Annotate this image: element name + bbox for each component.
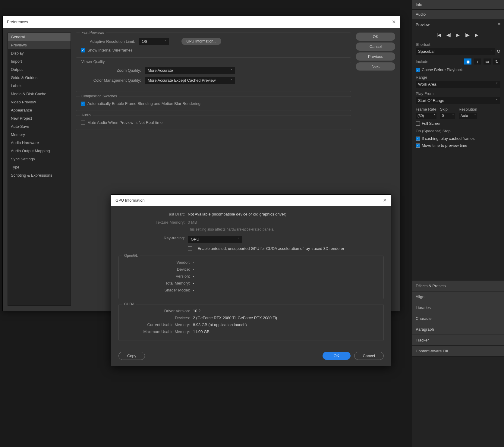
zoom-dropdown[interactable]: More Accurate	[145, 67, 235, 74]
color-label: Color Management Quality:	[81, 78, 141, 83]
sidebar-item-general[interactable]: General	[8, 33, 71, 41]
gl-version-label: Version:	[124, 274, 190, 279]
cuda-driver-value: 10.2	[193, 309, 379, 313]
sidebar-item-video[interactable]: Video Preview	[8, 98, 71, 106]
gl-vendor-value: -	[193, 260, 379, 265]
playfrom-label: Play From	[416, 91, 500, 96]
framerate-dropdown[interactable]: (30)	[416, 113, 436, 119]
cache-before-row[interactable]: ✓ Cache Before Playback	[412, 66, 504, 73]
mute-checkbox[interactable]	[81, 121, 85, 125]
sidebar-item-display[interactable]: Display	[8, 49, 71, 57]
include-overlay-icon[interactable]: ▭	[484, 58, 491, 65]
character-panel[interactable]: Character	[412, 313, 504, 324]
sidebar-item-scripting[interactable]: Scripting & Expressions	[8, 171, 71, 179]
preferences-title: Preferences	[7, 20, 28, 24]
sidebar-item-output[interactable]: Output	[8, 65, 71, 74]
zoom-label: Zoom Quality:	[81, 68, 141, 73]
sidebar-item-grids[interactable]: Grids & Guides	[8, 74, 71, 82]
gl-totalmem-label: Total Memory:	[124, 281, 190, 285]
tracker-panel[interactable]: Tracker	[412, 335, 504, 346]
playfrom-dropdown[interactable]: Start Of Range	[416, 97, 500, 104]
wireframes-checkbox[interactable]: ✓	[81, 48, 85, 52]
info-tab[interactable]: Info	[412, 0, 504, 10]
gpu-titlebar: GPU Information ✕	[111, 195, 391, 206]
fullscreen-row[interactable]: Full Screen	[412, 120, 504, 127]
viewer-quality-legend: Viewer Quality	[80, 60, 106, 64]
onstop-label: On (Spacebar) Stop:	[412, 127, 504, 135]
next-button[interactable]: Next	[356, 62, 395, 71]
contentaware-panel[interactable]: Content-Aware Fill	[412, 346, 504, 357]
cache-before-checkbox[interactable]: ✓	[416, 68, 420, 72]
fullscreen-checkbox[interactable]	[416, 121, 420, 126]
prev-frame-icon[interactable]: ◀|	[446, 33, 451, 37]
previous-button[interactable]: Previous	[356, 52, 395, 61]
sidebar-item-newproject[interactable]: New Project	[8, 114, 71, 122]
sidebar-item-labels[interactable]: Labels	[8, 82, 71, 90]
shortcut-dropdown[interactable]: Spacebar	[416, 48, 495, 55]
adaptive-dropdown[interactable]: 1/8	[139, 38, 169, 45]
right-panel: Info Audio Preview ≡ |◀ ◀| ▶ |▶ ▶| Short…	[412, 0, 504, 447]
preferences-sidebar: General Previews Display Import Output G…	[8, 33, 71, 306]
cuda-fieldset: CUDA Driver Version:10.2 Devices:2 (GeFo…	[118, 304, 384, 341]
sidebar-item-audioout[interactable]: Audio Output Mapping	[8, 147, 71, 155]
gpu-info-button[interactable]: GPU Information...	[181, 38, 221, 45]
range-dropdown[interactable]: Work Area	[416, 81, 500, 88]
gpu-note: This setting also affects hardware-accel…	[188, 227, 308, 232]
playfrom-section: Play From Start Of Range	[412, 90, 504, 106]
play-icon[interactable]: ▶	[456, 33, 460, 37]
autoblend-checkbox[interactable]: ✓	[81, 102, 85, 106]
movetime-row[interactable]: ✓ Move time to preview time	[412, 142, 504, 149]
close-icon[interactable]: ✕	[392, 19, 396, 25]
effects-panel[interactable]: Effects & Presets	[412, 281, 504, 291]
color-dropdown[interactable]: More Accurate Except Cached Preview	[145, 77, 235, 84]
raytracing-dropdown[interactable]: GPU	[188, 236, 242, 243]
ifcaching-checkbox[interactable]: ✓	[416, 137, 420, 141]
first-frame-icon[interactable]: |◀	[437, 33, 441, 37]
libraries-panel[interactable]: Libraries	[412, 302, 504, 313]
sidebar-item-audiohw[interactable]: Audio Hardware	[8, 139, 71, 147]
resolution-dropdown[interactable]: Auto	[459, 113, 477, 119]
gl-totalmem-value: -	[193, 281, 379, 285]
untested-checkbox[interactable]	[188, 246, 192, 250]
cuda-devices-label: Devices:	[124, 316, 190, 320]
sidebar-item-import[interactable]: Import	[8, 57, 71, 65]
resolution-label: Resolution	[459, 107, 477, 112]
next-frame-icon[interactable]: |▶	[465, 33, 470, 37]
sidebar-item-media[interactable]: Media & Disk Cache	[8, 90, 71, 98]
range-section: Range Work Area	[412, 73, 504, 90]
cuda-legend: CUDA	[122, 302, 136, 306]
sidebar-item-autosave[interactable]: Auto-Save	[8, 122, 71, 131]
sidebar-item-previews[interactable]: Previews	[8, 41, 71, 49]
fast-previews-fieldset: Fast Previews Adaptive Resolution Limit:…	[76, 33, 351, 58]
audio-tab[interactable]: Audio	[412, 10, 504, 19]
include-loop-icon[interactable]: ↻	[493, 58, 500, 65]
paragraph-panel[interactable]: Paragraph	[412, 324, 504, 335]
gpu-close-icon[interactable]: ✕	[383, 197, 387, 203]
hamburger-icon[interactable]: ≡	[498, 22, 500, 27]
movetime-checkbox[interactable]: ✓	[416, 143, 420, 148]
include-video-icon[interactable]: ◉	[464, 58, 471, 65]
gpu-cancel-button[interactable]: Cancel	[354, 352, 384, 360]
ok-button[interactable]: OK	[356, 33, 395, 41]
cuda-max-label: Maximum Usable Memory:	[124, 329, 190, 334]
skip-dropdown[interactable]: 0	[440, 113, 455, 119]
adaptive-label: Adaptive Resolution Limit:	[90, 39, 135, 44]
sidebar-item-type[interactable]: Type	[8, 163, 71, 171]
align-panel[interactable]: Align	[412, 291, 504, 302]
cuda-max-value: 11.00 GB	[193, 329, 379, 334]
untested-label: Enable untested, unsupported GPU for CUD…	[197, 246, 344, 251]
refresh-icon[interactable]: ↻	[496, 49, 500, 54]
sidebar-item-sync[interactable]: Sync Settings	[8, 155, 71, 163]
preview-tab-label[interactable]: Preview	[416, 22, 430, 27]
gpu-ok-button[interactable]: OK	[323, 352, 351, 360]
last-frame-icon[interactable]: ▶|	[475, 33, 480, 37]
sidebar-item-appearance[interactable]: Appearance	[8, 106, 71, 114]
opengl-fieldset: OpenGL Vendor:- Device:- Version:- Total…	[118, 256, 384, 299]
comp-switches-legend: Composition Switches	[80, 94, 119, 98]
include-audio-icon[interactable]: ♪	[474, 58, 481, 65]
cancel-button[interactable]: Cancel	[356, 42, 395, 51]
sidebar-item-memory[interactable]: Memory	[8, 131, 71, 139]
ifcaching-row[interactable]: ✓ If caching, play cached frames	[412, 135, 504, 142]
copy-button[interactable]: Copy	[118, 352, 145, 360]
ifcaching-label: If caching, play cached frames	[422, 136, 475, 141]
